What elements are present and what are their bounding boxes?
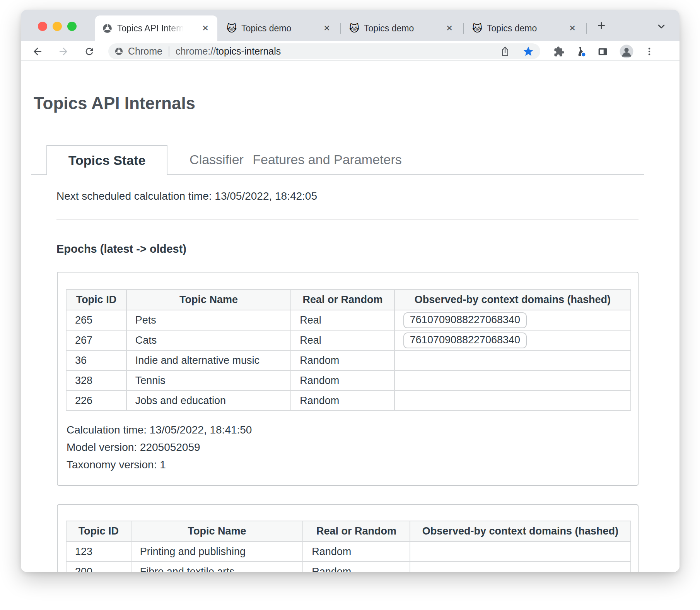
real-or-random-cell: Random xyxy=(291,350,394,370)
topic-name-cell: Printing and publishing xyxy=(131,541,303,562)
url-host: topics-internals xyxy=(216,46,281,57)
column-header: Observed-by context domains (hashed) xyxy=(394,290,631,310)
tab-features-and-parameters[interactable]: Features and Parameters xyxy=(253,152,402,167)
chrome-logo-icon xyxy=(114,47,123,56)
epoch-meta-line: Calculation time: 13/05/2022, 18:41:50 xyxy=(67,421,638,439)
cat-favicon-icon: 🐱 xyxy=(472,24,482,33)
topic-name-cell: Tennis xyxy=(126,370,291,391)
column-header: Real or Random xyxy=(303,521,410,541)
real-or-random-cell: Random xyxy=(291,391,394,411)
page-content: Topics API Internals Topics State Classi… xyxy=(21,61,680,572)
observed-by-cell xyxy=(394,391,631,411)
tab-topics-demo-1[interactable]: 🐱 Topics demo ✕ xyxy=(219,15,339,41)
tab-title: Topics demo xyxy=(241,23,291,34)
topic-name-cell: Cats xyxy=(126,330,291,350)
tab-title: Topics demo xyxy=(487,23,537,34)
close-tab-icon[interactable]: ✕ xyxy=(200,22,211,34)
epoch-container-older: Topic IDTopic NameReal or RandomObserved… xyxy=(57,504,639,572)
chrome-labs-beaker-icon[interactable] xyxy=(573,44,588,59)
page-title: Topics API Internals xyxy=(34,94,195,113)
epoch-container-latest: Topic IDTopic NameReal or RandomObserved… xyxy=(57,272,639,486)
real-or-random-cell: Real xyxy=(291,310,394,330)
browser-menu-kebab-icon[interactable] xyxy=(642,44,657,59)
forward-button[interactable] xyxy=(56,44,71,59)
bookmark-star-icon[interactable] xyxy=(522,46,534,57)
url-scheme: chrome:// xyxy=(176,46,216,57)
topic-row: 226Jobs and educationRandom xyxy=(66,391,631,411)
observed-by-cell xyxy=(410,562,631,572)
tab-title: Topics API Intern xyxy=(117,23,184,34)
topic-row: 328TennisRandom xyxy=(66,370,631,391)
epoch-table: Topic IDTopic NameReal or RandomObserved… xyxy=(66,289,631,411)
back-button[interactable] xyxy=(30,44,45,59)
tab-topics-api-internals[interactable]: Topics API Intern ✕ xyxy=(95,15,217,41)
tab-separator xyxy=(586,23,587,34)
extensions-puzzle-icon[interactable] xyxy=(551,44,567,59)
browser-toolbar: Chrome chrome://topics-internals xyxy=(21,41,680,61)
epoch-meta-line: Model version: 2205052059 xyxy=(67,439,638,456)
topic-id-cell: 226 xyxy=(66,391,126,411)
tab-topics-demo-3[interactable]: 🐱 Topics demo ✕ xyxy=(464,15,584,41)
topic-id-cell: 36 xyxy=(66,350,126,370)
observed-by-cell: 7610709088227068340 xyxy=(394,310,631,330)
zoom-window-button[interactable] xyxy=(67,22,77,31)
desktop-background: Topics API Intern ✕ 🐱 Topics demo ✕ 🐱 To… xyxy=(0,0,700,610)
tab-classifier[interactable]: Classifier xyxy=(190,152,244,167)
topic-id-cell: 200 xyxy=(66,562,131,572)
address-bar[interactable]: Chrome chrome://topics-internals xyxy=(108,43,540,59)
topic-row: 267CatsReal7610709088227068340 xyxy=(66,330,631,350)
cat-favicon-icon: 🐱 xyxy=(227,24,237,33)
table-header-row: Topic IDTopic NameReal or RandomObserved… xyxy=(66,521,631,541)
section-divider xyxy=(56,219,639,220)
omnibox-separator xyxy=(169,46,169,57)
column-header: Topic ID xyxy=(66,521,131,541)
topic-id-cell: 123 xyxy=(66,541,131,562)
column-header: Real or Random xyxy=(291,290,394,310)
topic-row: 36Indie and alternative musicRandom xyxy=(66,350,631,370)
url-text: chrome://topics-internals xyxy=(176,46,281,57)
site-label: Chrome xyxy=(128,46,162,57)
tab-topics-state[interactable]: Topics State xyxy=(46,145,167,175)
observed-domain-hash: 7610709088227068340 xyxy=(403,332,527,348)
tab-topics-demo-2[interactable]: 🐱 Topics demo ✕ xyxy=(341,15,461,41)
tab-title: Topics demo xyxy=(364,23,414,34)
minimize-window-button[interactable] xyxy=(53,22,62,31)
chrome-internal-page-icon xyxy=(102,23,113,34)
topic-row: 265PetsReal7610709088227068340 xyxy=(66,310,631,330)
browser-window: Topics API Intern ✕ 🐱 Topics demo ✕ 🐱 To… xyxy=(21,10,680,572)
next-calculation-time: Next scheduled calculation time: 13/05/2… xyxy=(56,190,317,202)
observed-by-cell: 7610709088227068340 xyxy=(394,330,631,350)
tab-strip: Topics API Intern ✕ 🐱 Topics demo ✕ 🐱 To… xyxy=(21,10,680,41)
tab-separator xyxy=(340,23,341,34)
epoch-table: Topic IDTopic NameReal or RandomObserved… xyxy=(66,521,631,572)
epoch-meta: Calculation time: 13/05/2022, 18:41:50Mo… xyxy=(67,421,638,473)
new-tab-button[interactable] xyxy=(593,17,610,34)
profile-avatar[interactable] xyxy=(619,44,634,59)
close-window-button[interactable] xyxy=(38,22,47,31)
observed-domain-hash: 7610709088227068340 xyxy=(403,312,527,328)
table-header-row: Topic IDTopic NameReal or RandomObserved… xyxy=(66,290,631,310)
topic-id-cell: 328 xyxy=(66,370,126,391)
epoch-meta-line: Taxonomy version: 1 xyxy=(67,456,638,473)
topic-row: 200Fibre and textile artsRandom xyxy=(66,562,631,572)
observed-by-cell xyxy=(394,370,631,391)
tab-separator xyxy=(463,23,464,34)
reload-button[interactable] xyxy=(82,44,97,59)
topic-name-cell: Pets xyxy=(126,310,291,330)
share-icon[interactable] xyxy=(499,46,511,57)
cat-favicon-icon: 🐱 xyxy=(349,24,359,33)
column-header: Topic Name xyxy=(131,521,303,541)
tab-search-chevron-icon[interactable] xyxy=(653,18,670,35)
close-tab-icon[interactable]: ✕ xyxy=(321,22,333,34)
close-tab-icon[interactable]: ✕ xyxy=(444,22,455,34)
epochs-heading: Epochs (latest -> oldest) xyxy=(56,243,186,255)
column-header: Topic ID xyxy=(66,290,126,310)
column-header: Observed-by context domains (hashed) xyxy=(410,521,631,541)
topic-row: 123Printing and publishingRandom xyxy=(66,541,631,562)
close-tab-icon[interactable]: ✕ xyxy=(567,22,578,34)
topic-name-cell: Indie and alternative music xyxy=(126,350,291,370)
side-panel-icon[interactable] xyxy=(595,44,610,59)
observed-by-cell xyxy=(394,350,631,370)
real-or-random-cell: Random xyxy=(291,370,394,391)
topic-name-cell: Jobs and education xyxy=(126,391,291,411)
